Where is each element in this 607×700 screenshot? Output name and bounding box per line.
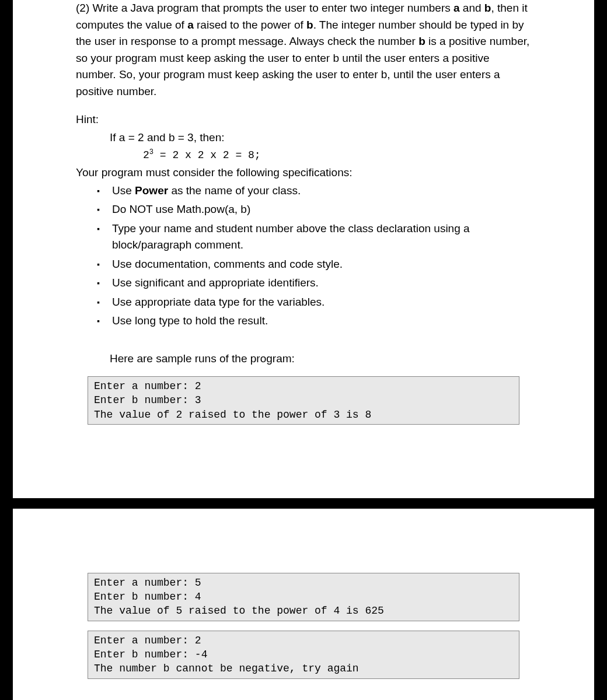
spec-1b: Power (135, 184, 168, 197)
intro-and: and (460, 2, 484, 14)
spec-item-1: Use Power as the name of your class. (76, 183, 531, 200)
calc-rest: = 2 x 2 x 2 = 8; (154, 149, 261, 161)
intro-text-3: raised to the power of (194, 19, 306, 31)
var-a2: a (187, 19, 194, 31)
spec-1a: Use (112, 184, 135, 197)
sample-run-2: Enter a number: 5 Enter b number: 4 The … (88, 573, 519, 621)
intro-text-1: Write a Java program that prompts the us… (93, 2, 454, 14)
calc-base: 2 (143, 149, 149, 161)
sample-run-3: Enter a number: 2 Enter b number: -4 The… (88, 631, 519, 679)
spec-1c: as the name of your class. (168, 184, 301, 197)
sample-run-1: Enter a number: 2 Enter b number: 3 The … (88, 376, 519, 425)
page-1-content: (2) Write a Java program that prompts th… (13, 0, 594, 487)
problem-number: (2) (76, 2, 89, 14)
page-2-content: Enter a number: 5 Enter b number: 4 The … (13, 509, 594, 679)
var-a: a (453, 2, 460, 14)
spec-item-5: Use significant and appropriate identifi… (76, 275, 531, 292)
calc-exp: 3 (149, 148, 154, 156)
page-1-bottom-space (76, 434, 531, 487)
page-1: (2) Write a Java program that prompts th… (13, 0, 594, 498)
spec-item-2: Do NOT use Math.pow(a, b) (76, 201, 531, 218)
problem-statement: (2) Write a Java program that prompts th… (76, 0, 531, 100)
spec-item-6: Use appropriate data type for the variab… (76, 294, 531, 311)
var-b: b (484, 2, 491, 14)
spec-item-3: Type your name and student number above … (76, 220, 531, 254)
page-gap (0, 498, 607, 509)
var-b3: b (418, 35, 425, 47)
var-b2: b (306, 19, 313, 31)
spec-item-4: Use documentation, comments and code sty… (76, 256, 531, 273)
specs-list: Use Power as the name of your class. Do … (76, 183, 531, 330)
hint-if-line: If a = 2 and b = 3, then: (110, 130, 531, 146)
hint-calc: 23 = 2 x 2 x 2 = 8; (143, 147, 531, 163)
spec-item-7: Use long type to hold the result. (76, 313, 531, 330)
hint-label: Hint: (76, 111, 531, 128)
page-2: Enter a number: 5 Enter b number: 4 The … (13, 509, 594, 700)
specs-intro: Your program must consider the following… (76, 164, 531, 181)
sample-runs-label: Here are sample runs of the program: (110, 351, 531, 368)
